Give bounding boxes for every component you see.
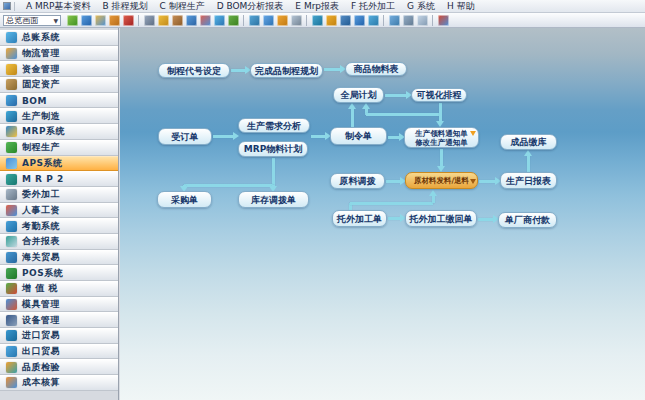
node-label: 修改生产通知单 (415, 138, 468, 147)
dropdown-marker-icon[interactable] (470, 131, 476, 136)
node-label: 原材料发料/退料 (414, 176, 469, 185)
flowchart-node-demand-analysis[interactable]: 生产需求分析 (238, 118, 310, 133)
flowchart-node-global-plan[interactable]: 全局计划 (333, 87, 384, 103)
node-label: 完成品制程规划 (255, 66, 318, 76)
flowchart-node-material-notice[interactable]: 生产领料通知单修改生产通知单 (404, 127, 479, 148)
connector-segment (350, 202, 433, 205)
node-label: 制程代号设定 (167, 66, 221, 76)
node-label: 制令单 (345, 131, 372, 141)
flowchart-node-finished-process-plan[interactable]: 完成品制程规划 (250, 63, 323, 78)
flowchart-node-vendor-payment[interactable]: 单厂商付款 (498, 212, 557, 228)
node-label: 库存调拨单 (251, 195, 296, 205)
arrowhead-up (429, 190, 437, 196)
arrowhead-right (233, 132, 239, 140)
connector-segment (351, 109, 354, 127)
application-window: A MRP基本资料B 排程规划C 制程生产D BOM分析报表E Mrp报表F 托… (0, 0, 645, 400)
flowchart-node-material-transfer[interactable]: 原料调拨 (330, 173, 385, 189)
connector-segment (386, 180, 400, 183)
node-label: 生产领料通知单 (415, 129, 468, 138)
connector-segment (432, 196, 435, 203)
connector-segment (388, 217, 400, 220)
connector-segment (439, 103, 442, 121)
flowchart-node-process-code-setup[interactable]: 制程代号设定 (158, 63, 230, 78)
connector-segment (385, 94, 406, 97)
flowchart: 制程代号设定完成品制程规划商品物料表全局计划可视化排程受订单生产需求分析MRP物… (0, 0, 645, 400)
flowchart-node-finished-goods-in[interactable]: 成品缴库 (500, 134, 557, 150)
flowchart-node-outsourcing-order[interactable]: 托外加工单 (332, 210, 387, 227)
connector-segment (213, 135, 233, 138)
arrowhead-up (348, 103, 356, 109)
connector-segment (440, 149, 443, 166)
connector-segment (527, 156, 530, 172)
node-label: 受订单 (172, 132, 199, 142)
connector-segment (366, 113, 440, 116)
node-label: 商品物料表 (354, 64, 399, 74)
flowchart-node-production-daily-report[interactable]: 生产日报表 (500, 172, 557, 189)
node-label: 单厂商付款 (505, 215, 550, 225)
flowchart-node-material-issue-return[interactable]: 原材料发料/退料 (405, 172, 478, 189)
arrowhead-up (362, 103, 370, 109)
connector-segment (184, 184, 273, 187)
node-label: MRP物料计划 (244, 144, 302, 154)
node-label: 生产日报表 (506, 176, 551, 186)
node-label: 托外加工单 (337, 214, 382, 224)
flowchart-node-inventory-transfer-order[interactable]: 库存调拨单 (238, 191, 309, 208)
connector-segment (311, 135, 325, 138)
node-label: 采购单 (171, 195, 198, 205)
connector-segment (478, 218, 493, 221)
flowchart-node-visual-scheduling[interactable]: 可视化排程 (411, 88, 467, 102)
node-label: 成品缴库 (511, 137, 547, 147)
dropdown-marker-icon[interactable] (470, 179, 476, 184)
node-label: 全局计划 (341, 90, 377, 100)
flowchart-node-purchase-order[interactable]: 采购单 (157, 191, 212, 208)
arrowhead-up (524, 150, 532, 156)
connector-segment (324, 68, 340, 71)
node-label: 托外加工缴回单 (410, 214, 473, 224)
flowchart-node-outsourcing-return[interactable]: 托外加工缴回单 (405, 210, 477, 227)
flowchart-node-sales-order[interactable]: 受订单 (158, 128, 212, 145)
connector-segment (272, 158, 275, 185)
flowchart-node-product-bom[interactable]: 商品物料表 (345, 62, 407, 76)
connector-segment (479, 180, 495, 183)
node-label: 生产需求分析 (247, 121, 301, 131)
node-label: 原料调拨 (340, 176, 376, 186)
connector-segment (388, 136, 399, 139)
node-label: 可视化排程 (417, 90, 462, 100)
connector-segment (231, 69, 245, 72)
flowchart-node-mrp-material-plan[interactable]: MRP物料计划 (238, 141, 308, 157)
flowchart-node-work-order[interactable]: 制令单 (330, 127, 387, 145)
